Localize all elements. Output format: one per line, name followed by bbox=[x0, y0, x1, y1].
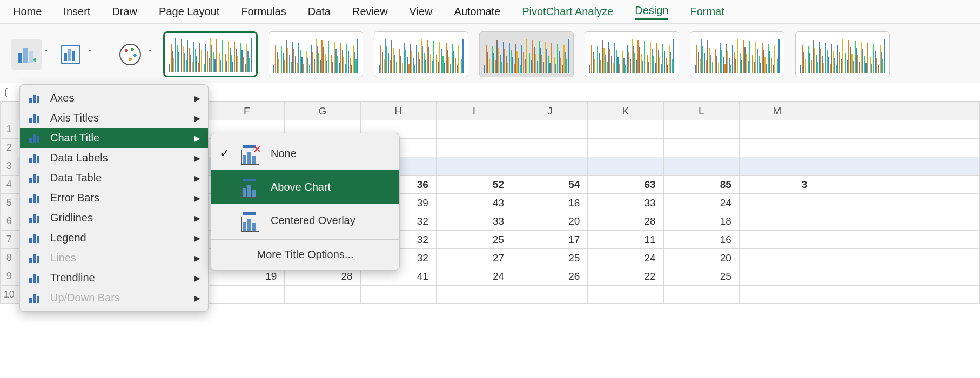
cell[interactable] bbox=[739, 157, 815, 176]
cell[interactable]: 28 bbox=[588, 212, 663, 231]
cell[interactable] bbox=[512, 120, 588, 139]
cell[interactable]: 17 bbox=[512, 231, 588, 249]
cell[interactable]: 20 bbox=[512, 212, 588, 231]
row-header[interactable]: 10 bbox=[1, 286, 18, 304]
menu-item-chart-title[interactable]: Chart Title▶ bbox=[20, 128, 208, 148]
cell[interactable]: 85 bbox=[663, 176, 739, 194]
column-header[interactable]: M bbox=[739, 102, 815, 120]
chart-style-1[interactable] bbox=[163, 31, 258, 77]
menu-item-axes[interactable]: Axes▶ bbox=[20, 88, 208, 108]
cell[interactable]: 27 bbox=[436, 249, 512, 267]
cell[interactable]: 25 bbox=[512, 249, 588, 267]
cell[interactable]: 25 bbox=[663, 267, 739, 286]
cell[interactable] bbox=[663, 157, 739, 176]
tab-design[interactable]: Design bbox=[635, 3, 668, 20]
row-header[interactable]: 2 bbox=[1, 139, 18, 157]
cell[interactable]: 24 bbox=[663, 194, 739, 212]
cell[interactable] bbox=[739, 231, 815, 249]
change-colors-button[interactable]: ⌄ bbox=[115, 39, 146, 70]
row-header[interactable]: 4 bbox=[1, 176, 18, 194]
column-header[interactable]: H bbox=[360, 102, 436, 120]
column-header[interactable]: I bbox=[436, 102, 512, 120]
cell[interactable]: 20 bbox=[663, 249, 739, 267]
chart-style-7[interactable] bbox=[795, 31, 890, 77]
cell[interactable] bbox=[663, 120, 739, 139]
cell[interactable]: 52 bbox=[436, 176, 512, 194]
quick-layout-button[interactable]: ⌄ bbox=[55, 39, 86, 70]
column-header[interactable]: F bbox=[209, 102, 285, 120]
svg-rect-45 bbox=[252, 156, 256, 164]
cell[interactable] bbox=[739, 139, 815, 157]
tab-formulas[interactable]: Formulas bbox=[241, 4, 286, 19]
cell[interactable] bbox=[739, 120, 815, 139]
chart-style-4[interactable] bbox=[479, 31, 574, 77]
column-header[interactable]: J bbox=[512, 102, 588, 120]
row-header[interactable]: 3 bbox=[1, 157, 18, 176]
tab-insert[interactable]: Insert bbox=[63, 4, 90, 19]
cell[interactable] bbox=[739, 249, 815, 267]
cell[interactable]: 22 bbox=[588, 267, 663, 286]
row-header[interactable]: 9 bbox=[1, 267, 18, 286]
chart-style-3[interactable] bbox=[374, 31, 468, 77]
cell[interactable] bbox=[739, 267, 815, 286]
cell[interactable]: 33 bbox=[436, 212, 512, 231]
cell[interactable]: 54 bbox=[512, 176, 588, 194]
cell[interactable]: 3 bbox=[739, 176, 815, 194]
cell[interactable] bbox=[663, 139, 739, 157]
tab-view[interactable]: View bbox=[410, 4, 433, 19]
tab-draw[interactable]: Draw bbox=[112, 4, 137, 19]
chart-style-5[interactable] bbox=[585, 31, 679, 77]
column-header[interactable]: K bbox=[588, 102, 663, 120]
cell[interactable]: 11 bbox=[588, 231, 663, 249]
cell[interactable]: 24 bbox=[588, 249, 663, 267]
add-chart-element-button[interactable]: ⌄ bbox=[11, 39, 42, 70]
cell[interactable] bbox=[739, 212, 815, 231]
submenu-item-centered-overlay[interactable]: Centered Overlay bbox=[211, 204, 399, 237]
row-header[interactable]: 8 bbox=[1, 249, 18, 267]
submenu-item-none[interactable]: ✓None bbox=[211, 137, 399, 170]
cell[interactable]: 16 bbox=[512, 194, 588, 212]
menu-item-data-table[interactable]: Data Table▶ bbox=[20, 168, 208, 188]
submenu-more-title-options[interactable]: More Title Options... bbox=[211, 242, 399, 267]
menu-item-gridlines[interactable]: Gridlines▶ bbox=[20, 208, 208, 228]
cell[interactable] bbox=[436, 157, 512, 176]
menu-item-error-bars[interactable]: Error Bars▶ bbox=[20, 188, 208, 208]
cell[interactable] bbox=[588, 120, 663, 139]
chart-style-6[interactable] bbox=[690, 31, 784, 77]
cell[interactable]: 25 bbox=[436, 231, 512, 249]
cell[interactable] bbox=[588, 157, 663, 176]
cell[interactable]: 63 bbox=[588, 176, 663, 194]
cell[interactable]: 16 bbox=[663, 231, 739, 249]
row-header[interactable]: 1 bbox=[1, 120, 18, 139]
cell[interactable] bbox=[436, 120, 512, 139]
tab-home[interactable]: Home bbox=[13, 4, 42, 19]
cell[interactable] bbox=[512, 139, 588, 157]
tab-pivotchart-analyze[interactable]: PivotChart Analyze bbox=[522, 4, 613, 19]
submenu-item-above-chart[interactable]: Above Chart bbox=[211, 170, 399, 204]
cell[interactable]: 18 bbox=[663, 212, 739, 231]
chart-style-2[interactable] bbox=[269, 31, 363, 77]
menu-item-data-labels[interactable]: Data Labels▶ bbox=[20, 148, 208, 168]
cell[interactable] bbox=[512, 157, 588, 176]
cell[interactable] bbox=[588, 139, 663, 157]
column-header[interactable]: G bbox=[285, 102, 360, 120]
tab-format[interactable]: Format bbox=[690, 4, 724, 19]
cell[interactable]: 24 bbox=[436, 267, 512, 286]
cell[interactable]: 33 bbox=[588, 194, 663, 212]
menu-item-axis-titles[interactable]: Axis Titles▶ bbox=[20, 108, 208, 128]
menu-item-trendline[interactable]: Trendline▶ bbox=[20, 268, 208, 288]
row-header[interactable]: 7 bbox=[1, 231, 18, 249]
menu-item-legend[interactable]: Legend▶ bbox=[20, 228, 208, 248]
tab-data[interactable]: Data bbox=[308, 4, 331, 19]
tab-automate[interactable]: Automate bbox=[454, 4, 501, 19]
row-header[interactable]: 5 bbox=[1, 194, 18, 212]
cell[interactable] bbox=[436, 139, 512, 157]
cell[interactable]: 26 bbox=[512, 267, 588, 286]
tab-review[interactable]: Review bbox=[352, 4, 388, 19]
svg-rect-53 bbox=[252, 190, 256, 197]
row-header[interactable]: 6 bbox=[1, 212, 18, 231]
cell[interactable]: 43 bbox=[436, 194, 512, 212]
tab-page-layout[interactable]: Page Layout bbox=[159, 4, 219, 19]
cell[interactable] bbox=[739, 194, 815, 212]
column-header[interactable]: L bbox=[663, 102, 739, 120]
